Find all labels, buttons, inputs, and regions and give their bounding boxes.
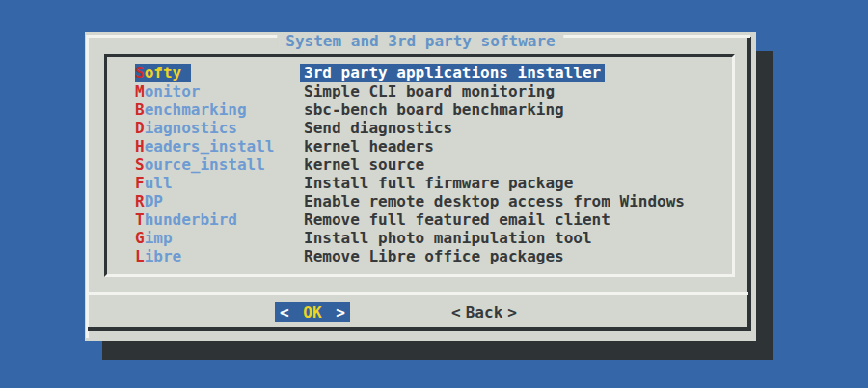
menu-item-description: Remove Libre office packages xyxy=(304,247,564,265)
menu-item-tag-rest: onitor xyxy=(145,82,201,100)
menu-item-hotkey: H xyxy=(135,137,145,155)
ok-button-left-bracket: < xyxy=(280,302,289,322)
menu-item-rdp[interactable]: RDPEnable remote desktop access from Win… xyxy=(107,192,732,210)
menu-item-thunderbird[interactable]: ThunderbirdRemove full featured email cl… xyxy=(107,210,732,229)
dialog-title: System and 3rd party software xyxy=(277,32,563,50)
back-button-left-bracket: < xyxy=(451,302,461,322)
menu-item-tag-rest: imp xyxy=(145,229,173,247)
software-menu-dialog: System and 3rd party software Softy3rd p… xyxy=(85,32,756,341)
menu-item-description: sbc-bench board benchmarking xyxy=(304,100,564,119)
menu-item-tag-rest: hunderbird xyxy=(145,210,237,229)
menu-item-full[interactable]: FullInstall full firmware package xyxy=(107,174,732,192)
menu-item-tag-rest: enchmarking xyxy=(145,100,247,119)
menu-item-diagnostics[interactable]: DiagnosticsSend diagnostics xyxy=(107,119,732,137)
menu-item-tag-rest: ibre xyxy=(145,247,182,265)
menu-item-hotkey: T xyxy=(135,210,145,229)
menu-item-tag: Headers_install xyxy=(135,137,304,155)
menu-item-hotkey: R xyxy=(135,192,145,210)
menu-item-tag: Diagnostics xyxy=(135,119,304,137)
ok-button-right-bracket: > xyxy=(336,302,345,322)
menu-item-tag-rest: DP xyxy=(145,192,163,210)
menu-listbox: Softy3rd party applications installerMon… xyxy=(104,54,735,277)
back-button[interactable]: < Back > xyxy=(447,302,522,322)
menu-item-tag: Softy xyxy=(135,64,304,82)
menu-item-tag-rest: eaders_install xyxy=(145,137,275,155)
menu-item-description: kernel headers xyxy=(304,137,434,155)
menu-item-description: 3rd party applications installer xyxy=(300,64,605,82)
menu-item-tag: Thunderbird xyxy=(135,210,304,229)
menu-item-description: Install photo manipulation tool xyxy=(304,229,592,247)
menu-item-tag: Benchmarking xyxy=(135,100,304,119)
menu-item-tag: Full xyxy=(135,174,304,192)
back-button-right-bracket: > xyxy=(507,302,517,322)
menu-item-description: Install full firmware package xyxy=(304,174,573,192)
dialog-border-right xyxy=(747,37,751,331)
menu-item-benchmarking[interactable]: Benchmarkingsbc-bench board benchmarking xyxy=(107,100,732,119)
menu-item-tag-rest: ource_install xyxy=(145,155,265,174)
menu-item-hotkey: G xyxy=(135,229,145,247)
terminal-screen: { "dialog": { "title": "System and 3rd p… xyxy=(0,0,868,388)
menu-item-tag: RDP xyxy=(135,192,304,210)
ok-button[interactable]: < OK > xyxy=(275,302,350,322)
menu-item-tag-rest: iagnostics xyxy=(145,119,237,137)
menu-item-tag: Libre xyxy=(135,247,304,265)
menu-item-description: Remove full featured email client xyxy=(304,210,610,229)
menu-item-hotkey: M xyxy=(135,82,145,100)
menu-item-tag-rest: ofty xyxy=(145,64,182,82)
menu-item-description: kernel source xyxy=(304,155,424,174)
menu-item-hotkey: L xyxy=(135,247,145,265)
menu-item-tag: Source_install xyxy=(135,155,304,174)
menu-item-libre[interactable]: LibreRemove Libre office packages xyxy=(107,247,732,265)
dialog-border-bottom xyxy=(88,327,751,331)
menu-item-tag: Gimp xyxy=(135,229,304,247)
menu-item-description: Send diagnostics xyxy=(304,119,452,137)
menu-item-tag-rest: ull xyxy=(145,174,173,192)
menu-item-hotkey: B xyxy=(135,100,145,119)
menu-item-tag: Monitor xyxy=(135,82,304,100)
menu-item-headers_install[interactable]: Headers_installkernel headers xyxy=(107,137,732,155)
ok-button-label: OK xyxy=(303,302,321,322)
back-button-label: Back xyxy=(466,302,503,322)
menu-item-description: Simple CLI board monitoring xyxy=(304,82,555,100)
menu-item-gimp[interactable]: GimpInstall photo manipulation tool xyxy=(107,229,732,247)
menu-item-hotkey: D xyxy=(135,119,145,137)
menu-item-hotkey: S xyxy=(135,64,145,82)
button-separator xyxy=(89,292,748,295)
menu-item-hotkey: F xyxy=(135,174,145,192)
menu-item-hotkey: S xyxy=(135,155,145,174)
menu-item-source_install[interactable]: Source_installkernel source xyxy=(107,155,732,174)
menu-item-softy[interactable]: Softy3rd party applications installer xyxy=(107,64,732,82)
menu-item-description: Enable remote desktop access from Window… xyxy=(304,192,685,210)
menu-item-monitor[interactable]: MonitorSimple CLI board monitoring xyxy=(107,82,732,100)
